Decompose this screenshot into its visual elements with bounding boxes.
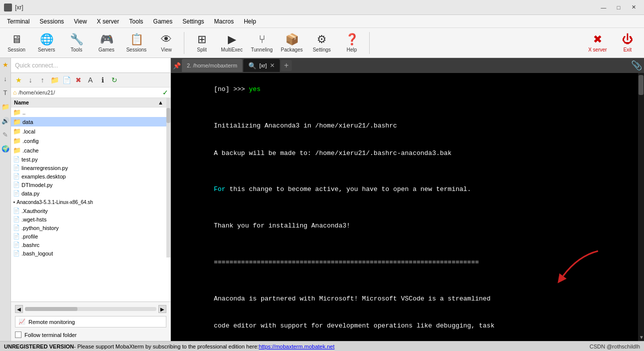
tab-bar: 📌 2. /home/mobaxterm 🔍 [xr] ✕ + 📎 [171, 58, 644, 73]
term-text: A backup will be made to: /home/xieru21/… [214, 150, 452, 157]
remote-monitoring-btn[interactable]: 📈 Remote monitoring [15, 316, 166, 328]
tree-item-examples[interactable]: 📄 examples.desktop [11, 172, 166, 180]
toolbar-xserver[interactable]: ✖ X server [583, 30, 612, 56]
terminal-content[interactable]: [no] >>> yes Initializing Anaconda3 in /… [171, 73, 638, 341]
sidebar-newfolder-btn[interactable]: 📁 [49, 74, 60, 86]
toolbar-multiexec[interactable]: ▶ MultiExec [217, 30, 246, 56]
toolbar-servers[interactable]: 🌐 Servers [32, 30, 61, 56]
icon-bar-item-5[interactable]: 🔊 [1, 116, 10, 125]
sidebar-upload-btn[interactable]: ↑ [37, 74, 48, 86]
terminal-scrollbar-thumb [639, 75, 644, 95]
tree-item-parent[interactable]: 📁 .. [11, 108, 166, 117]
menu-games[interactable]: Games [148, 17, 178, 26]
sidebar-newfile-btn[interactable]: 📄 [61, 74, 72, 86]
tree-item-pythonhist[interactable]: 📄 .python_history [11, 224, 166, 232]
toolbar-help[interactable]: ❓ Help [337, 30, 366, 56]
term-for: For [214, 186, 225, 193]
term-line: Thank you for installing Anaconda3! [175, 212, 634, 240]
tree-item-testpy[interactable]: 📄 test.py [11, 155, 166, 164]
tree-item-linreg[interactable]: 📄 linearregression.py [11, 164, 166, 172]
toolbar-session[interactable]: 🖥 Session [2, 30, 31, 56]
menu-tools[interactable]: Tools [124, 17, 148, 26]
horizontal-scrollbar[interactable] [25, 307, 156, 311]
tree-item-config[interactable]: 📁 .config [11, 136, 166, 146]
sidebar-star-btn[interactable]: ★ [13, 74, 24, 86]
tree-item-profile[interactable]: 📄 .profile [11, 232, 166, 240]
tunneling-icon: ⑂ [259, 33, 265, 46]
icon-bar-item-2[interactable]: ↓ [1, 74, 10, 83]
tab-xr[interactable]: 🔍 [xr] ✕ [243, 59, 280, 72]
toolbar-tunneling[interactable]: ⑂ Tunneling [247, 30, 276, 56]
toolbar-split[interactable]: ⊞ Split [187, 30, 216, 56]
toolbar-sessions[interactable]: 📋 Sessions [122, 30, 151, 56]
menu-help[interactable]: Help [239, 17, 261, 26]
tree-item-bash-logout[interactable]: 📄 .bash_logout [11, 249, 166, 258]
icon-star[interactable]: ★ [1, 60, 10, 69]
term-line: For this change to become active, you ha… [175, 176, 634, 204]
menu-macros[interactable]: Macros [209, 17, 239, 26]
path-ok-icon: ✓ [162, 88, 168, 96]
scroll-down-btn[interactable]: ▼ [638, 334, 644, 341]
tab-mobaxterm[interactable]: 2. /home/mobaxterm [182, 59, 242, 72]
menu-settings[interactable]: Settings [177, 17, 209, 26]
monitor-icon: 📈 [18, 318, 25, 325]
maximize-button[interactable]: □ [612, 2, 625, 12]
sidebar-rename-btn[interactable]: A [85, 74, 96, 86]
sidebar-delete-btn[interactable]: ✖ [73, 74, 84, 86]
terminal-scrollbar[interactable]: ▼ [638, 73, 644, 341]
file-tree: Name ▲ 📁 .. 📁 data 📁 .local [11, 98, 170, 302]
toolbar-exit[interactable]: ⏻ Exit [613, 30, 642, 56]
icon-bar-item-3[interactable]: T [1, 88, 10, 97]
follow-folder-option[interactable]: Follow terminal folder [15, 332, 166, 338]
sidebar-download-btn[interactable]: ↓ [25, 74, 36, 86]
toolbar-help-label: Help [347, 47, 357, 52]
close-button[interactable]: ✕ [627, 2, 640, 12]
toolbar-tools[interactable]: 🔧 Tools [62, 30, 91, 56]
menu-sessions[interactable]: Sessions [34, 17, 69, 26]
menu-view[interactable]: View [69, 17, 92, 26]
settings-icon: ⚙ [317, 33, 327, 46]
tree-item-xauth[interactable]: 📄 .Xauthority [11, 206, 166, 215]
tree-item-cache[interactable]: 📁 .cache [11, 146, 166, 155]
sidebar-scrollbar[interactable] [166, 98, 170, 258]
follow-folder-checkbox[interactable] [15, 332, 21, 338]
toolbar-tools-label: Tools [70, 47, 82, 52]
term-line: [no] >>> yes [175, 76, 634, 104]
toolbar-view[interactable]: 👁 View [152, 30, 181, 56]
icon-bar-item-4[interactable]: 📁 [1, 102, 10, 111]
tree-item-anaconda[interactable]: ▪ Anaconda3-5.3.1-Linux-x86_64.sh [11, 198, 166, 206]
toolbar-settings[interactable]: ⚙ Settings [307, 30, 336, 56]
file-icon: 📄 [13, 190, 20, 196]
menu-terminal[interactable]: Terminal [2, 17, 34, 26]
toolbar-games[interactable]: 🎮 Games [92, 30, 121, 56]
horizontal-scroll-thumb [25, 307, 77, 311]
toolbar-packages[interactable]: 📦 Packages [277, 30, 306, 56]
xserver-icon: ✖ [593, 33, 602, 46]
scroll-right-btn[interactable]: ▶ [158, 305, 166, 313]
tree-item-local[interactable]: 📁 .local [11, 126, 166, 136]
tree-item-label: test.py [21, 156, 37, 162]
tree-item-data[interactable]: 📁 data [11, 117, 166, 126]
tree-item-bashrc[interactable]: 📄 .bashrc [11, 240, 166, 249]
sidebar-refresh-btn[interactable]: ↻ [109, 74, 120, 86]
games-icon: 🎮 [100, 33, 113, 46]
menu-xserver[interactable]: X server [92, 17, 124, 26]
paperclip-icon[interactable]: 📎 [631, 60, 642, 71]
tree-item-label: .config [22, 138, 38, 144]
status-link[interactable]: https://mobaxterm.mobatek.net [259, 344, 335, 350]
tree-item-wget[interactable]: 📄 .wget-hsts [11, 215, 166, 224]
icon-bar-item-7[interactable]: 🌍 [1, 144, 10, 153]
tab-close-icon[interactable]: ✕ [270, 62, 275, 69]
file-icon: 📄 [13, 242, 20, 248]
tree-item-datapy[interactable]: 📄 data.py [11, 189, 166, 198]
minimize-button[interactable]: — [597, 2, 610, 12]
toolbar: 🖥 Session 🌐 Servers 🔧 Tools 🎮 Games 📋 Se… [0, 28, 644, 58]
sidebar-info-btn[interactable]: ℹ [97, 74, 108, 86]
tree-item-dti[interactable]: 📄 DTImodel.py [11, 180, 166, 189]
tree-sort-icon[interactable]: ▲ [158, 100, 163, 106]
icon-bar-item-6[interactable]: ✎ [1, 130, 10, 139]
quick-connect-placeholder[interactable]: Quick connect... [15, 62, 166, 69]
scroll-left-btn[interactable]: ◀ [15, 305, 23, 313]
tree-item-label: .. [22, 110, 25, 116]
tab-add-btn[interactable]: + [281, 60, 292, 71]
